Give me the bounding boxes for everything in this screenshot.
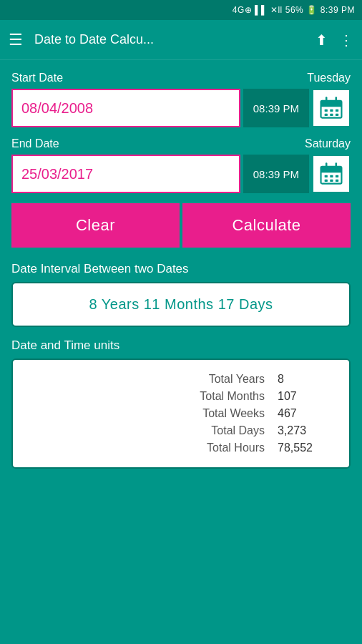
start-date-day: Tuesday [307,72,351,84]
svg-rect-15 [330,175,333,177]
app-bar: ☰ Date to Date Calcu... ⬆ ⋮ [0,20,362,60]
end-calendar-button[interactable] [312,155,351,193]
units-row-value: 78,552 [278,441,335,454]
svg-rect-19 [336,180,338,182]
start-calendar-button[interactable] [312,89,351,127]
units-row-label: Total Years [27,373,272,386]
end-date-label: End Date [11,137,59,150]
interval-title: Date Interval Between two Dates [11,262,351,276]
hamburger-menu-icon[interactable]: ☰ [9,32,23,48]
svg-rect-18 [330,180,333,182]
end-date-label-row: End Date Saturday [11,137,351,150]
end-date-field[interactable]: 25/03/2017 [11,155,240,193]
interval-text: 8 Years 11 Months 17 Days [27,296,335,313]
action-buttons: Clear Calculate [11,203,351,248]
status-icons: 4G⊕ ▌▌ ✕ll 56% 🔋 8:39 PM [233,5,355,15]
svg-rect-16 [336,175,338,177]
svg-rect-1 [321,101,342,107]
clear-button[interactable]: Clear [11,203,180,248]
units-row: Total Months107 [27,390,335,403]
svg-rect-9 [336,114,338,116]
battery-indicator: 56% [285,5,304,15]
status-bar: 4G⊕ ▌▌ ✕ll 56% 🔋 8:39 PM [0,0,362,20]
units-result-box: Total Years8Total Months107Total Weeks46… [11,358,351,469]
units-row-value: 467 [278,407,335,420]
svg-rect-17 [325,180,328,182]
end-calendar-icon [319,161,343,187]
start-date-field[interactable]: 08/04/2008 [11,89,240,127]
start-time-button[interactable]: 08:39 PM [243,89,309,127]
more-options-icon[interactable]: ⋮ [339,31,353,49]
units-row-label: Total Days [27,424,272,437]
svg-rect-14 [325,175,328,177]
svg-rect-4 [325,109,328,112]
svg-rect-7 [325,114,328,116]
units-row: Total Weeks467 [27,407,335,420]
start-date-section: Start Date Tuesday 08/04/2008 08:39 PM [11,72,351,127]
units-row-value: 3,273 [278,424,335,437]
svg-rect-8 [330,114,333,116]
signal-indicator: 4G⊕ ▌▌ ✕ll [233,5,283,15]
units-row-label: Total Months [27,390,272,403]
battery-icon: 🔋 [306,5,318,15]
interval-result-box: 8 Years 11 Months 17 Days [11,282,351,327]
start-calendar-icon [319,95,343,121]
units-title: Date and Time units [11,338,351,353]
svg-rect-11 [321,167,342,173]
units-row: Total Years8 [27,373,335,386]
units-row-value: 107 [278,390,335,403]
units-section: Date and Time units Total Years8Total Mo… [11,338,351,469]
units-row-value: 8 [278,373,335,386]
svg-rect-6 [336,109,338,112]
share-icon[interactable]: ⬆ [315,31,328,49]
end-date-value: 25/03/2017 [21,166,93,182]
calculate-button[interactable]: Calculate [182,203,351,248]
end-date-section: End Date Saturday 25/03/2017 08:39 PM [11,137,351,193]
units-row: Total Hours78,552 [27,441,335,454]
start-date-input-row: 08/04/2008 08:39 PM [11,89,351,127]
main-content: Start Date Tuesday 08/04/2008 08:39 PM [0,60,362,469]
end-date-input-row: 25/03/2017 08:39 PM [11,155,351,193]
start-date-label: Start Date [11,72,63,84]
units-row-label: Total Weeks [27,407,272,420]
units-table: Total Years8Total Months107Total Weeks46… [27,373,335,454]
app-title: Date to Date Calcu... [34,32,315,47]
units-row-label: Total Hours [27,441,272,454]
end-time-button[interactable]: 08:39 PM [243,155,309,193]
units-row: Total Days3,273 [27,424,335,437]
end-date-day: Saturday [305,137,351,150]
start-date-label-row: Start Date Tuesday [11,72,351,84]
svg-rect-5 [330,109,333,112]
time-display: 8:39 PM [321,5,355,15]
interval-section: Date Interval Between two Dates 8 Years … [11,262,351,327]
app-bar-actions: ⬆ ⋮ [315,31,353,49]
start-date-value: 08/04/2008 [21,100,93,117]
